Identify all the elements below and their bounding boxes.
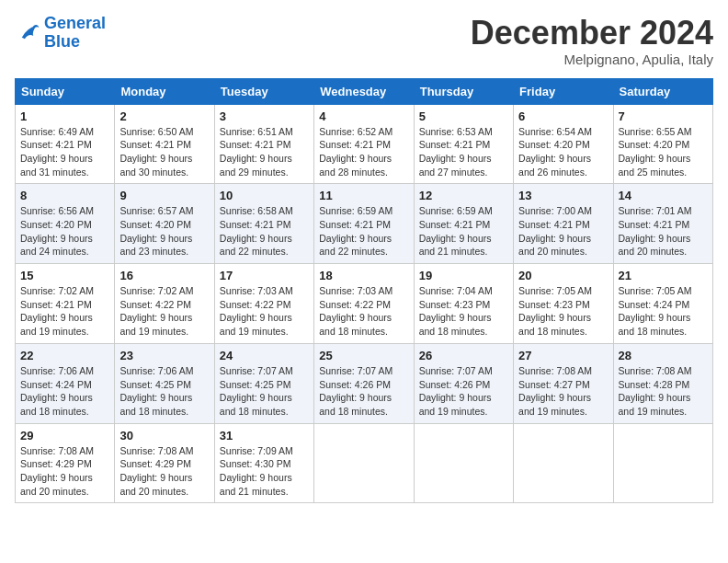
day-info: Sunrise: 7:07 AM Sunset: 4:25 PM Dayligh… <box>220 364 309 419</box>
calendar-week-row: 15Sunrise: 7:02 AM Sunset: 4:21 PM Dayli… <box>16 264 713 344</box>
day-info: Sunrise: 7:06 AM Sunset: 4:24 PM Dayligh… <box>20 364 109 419</box>
day-info: Sunrise: 7:06 AM Sunset: 4:25 PM Dayligh… <box>119 364 209 419</box>
day-number: 13 <box>518 189 608 202</box>
logo-icon <box>15 20 40 46</box>
weekday-header: Tuesday <box>214 78 313 104</box>
day-number: 25 <box>319 349 408 362</box>
day-info: Sunrise: 7:09 AM Sunset: 4:30 PM Dayligh… <box>220 444 309 499</box>
day-info: Sunrise: 7:08 AM Sunset: 4:28 PM Dayligh… <box>619 364 708 419</box>
day-number: 30 <box>119 429 209 442</box>
calendar-cell: 1Sunrise: 6:49 AM Sunset: 4:21 PM Daylig… <box>16 104 115 184</box>
calendar-cell: 19Sunrise: 7:04 AM Sunset: 4:23 PM Dayli… <box>414 264 513 344</box>
day-info: Sunrise: 6:59 AM Sunset: 4:21 PM Dayligh… <box>319 204 408 259</box>
day-info: Sunrise: 6:51 AM Sunset: 4:21 PM Dayligh… <box>220 125 309 179</box>
calendar-cell: 6Sunrise: 6:54 AM Sunset: 4:20 PM Daylig… <box>514 104 613 184</box>
day-info: Sunrise: 6:52 AM Sunset: 4:21 PM Dayligh… <box>319 125 408 179</box>
day-info: Sunrise: 7:08 AM Sunset: 4:29 PM Dayligh… <box>20 444 109 499</box>
calendar-cell: 15Sunrise: 7:02 AM Sunset: 4:21 PM Dayli… <box>16 264 115 344</box>
logo-text: General Blue <box>44 15 106 52</box>
day-number: 14 <box>619 189 708 202</box>
calendar-cell: 12Sunrise: 6:59 AM Sunset: 4:21 PM Dayli… <box>414 184 513 264</box>
calendar-week-row: 22Sunrise: 7:06 AM Sunset: 4:24 PM Dayli… <box>16 343 713 423</box>
day-info: Sunrise: 6:55 AM Sunset: 4:20 PM Dayligh… <box>619 125 708 179</box>
calendar-cell <box>314 423 414 503</box>
calendar-cell: 18Sunrise: 7:03 AM Sunset: 4:22 PM Dayli… <box>314 264 414 344</box>
day-info: Sunrise: 6:56 AM Sunset: 4:20 PM Dayligh… <box>20 204 109 259</box>
calendar-cell: 9Sunrise: 6:57 AM Sunset: 4:20 PM Daylig… <box>115 184 214 264</box>
day-number: 20 <box>518 269 608 282</box>
calendar-cell <box>414 423 513 503</box>
calendar-week-row: 1Sunrise: 6:49 AM Sunset: 4:21 PM Daylig… <box>16 104 713 184</box>
calendar-cell: 26Sunrise: 7:07 AM Sunset: 4:26 PM Dayli… <box>414 343 513 423</box>
day-number: 31 <box>220 429 309 442</box>
calendar-cell: 17Sunrise: 7:03 AM Sunset: 4:22 PM Dayli… <box>214 264 313 344</box>
day-info: Sunrise: 7:07 AM Sunset: 4:26 PM Dayligh… <box>419 364 508 419</box>
day-info: Sunrise: 6:58 AM Sunset: 4:21 PM Dayligh… <box>220 204 309 259</box>
calendar-cell: 29Sunrise: 7:08 AM Sunset: 4:29 PM Dayli… <box>16 423 115 503</box>
location: Melpignano, Apulia, Italy <box>471 52 713 67</box>
month-title: December 2024 <box>471 15 713 52</box>
calendar-week-row: 8Sunrise: 6:56 AM Sunset: 4:20 PM Daylig… <box>16 184 713 264</box>
day-number: 24 <box>220 349 309 362</box>
weekday-header: Saturday <box>613 78 712 104</box>
calendar-cell: 20Sunrise: 7:05 AM Sunset: 4:23 PM Dayli… <box>514 264 613 344</box>
day-number: 23 <box>119 349 209 362</box>
day-number: 1 <box>20 109 109 123</box>
calendar-cell: 30Sunrise: 7:08 AM Sunset: 4:29 PM Dayli… <box>115 423 214 503</box>
calendar-cell: 8Sunrise: 6:56 AM Sunset: 4:20 PM Daylig… <box>16 184 115 264</box>
calendar-cell: 10Sunrise: 6:58 AM Sunset: 4:21 PM Dayli… <box>214 184 313 264</box>
day-number: 19 <box>419 269 508 282</box>
day-info: Sunrise: 7:07 AM Sunset: 4:26 PM Dayligh… <box>319 364 408 419</box>
calendar-cell: 16Sunrise: 7:02 AM Sunset: 4:22 PM Dayli… <box>115 264 214 344</box>
day-number: 16 <box>119 269 209 282</box>
day-number: 15 <box>20 269 109 282</box>
day-number: 10 <box>220 189 309 202</box>
day-info: Sunrise: 6:57 AM Sunset: 4:20 PM Dayligh… <box>119 204 209 259</box>
calendar-cell <box>514 423 613 503</box>
day-number: 17 <box>220 269 309 282</box>
day-info: Sunrise: 7:05 AM Sunset: 4:23 PM Dayligh… <box>518 284 608 339</box>
day-number: 9 <box>119 189 209 202</box>
day-info: Sunrise: 6:54 AM Sunset: 4:20 PM Dayligh… <box>518 125 608 179</box>
calendar-cell: 14Sunrise: 7:01 AM Sunset: 4:21 PM Dayli… <box>613 184 712 264</box>
logo: General Blue <box>15 15 106 52</box>
day-info: Sunrise: 6:49 AM Sunset: 4:21 PM Dayligh… <box>20 125 109 179</box>
day-info: Sunrise: 7:08 AM Sunset: 4:29 PM Dayligh… <box>119 444 209 499</box>
day-number: 3 <box>220 109 309 123</box>
day-info: Sunrise: 7:02 AM Sunset: 4:22 PM Dayligh… <box>119 284 209 339</box>
logo-line2: Blue <box>44 32 80 51</box>
day-number: 12 <box>419 189 508 202</box>
calendar-table: SundayMondayTuesdayWednesdayThursdayFrid… <box>15 78 713 504</box>
calendar-cell: 31Sunrise: 7:09 AM Sunset: 4:30 PM Dayli… <box>214 423 313 503</box>
day-number: 28 <box>619 349 708 362</box>
day-info: Sunrise: 7:05 AM Sunset: 4:24 PM Dayligh… <box>619 284 708 339</box>
calendar-header-row: SundayMondayTuesdayWednesdayThursdayFrid… <box>16 78 713 104</box>
calendar-cell: 7Sunrise: 6:55 AM Sunset: 4:20 PM Daylig… <box>613 104 712 184</box>
calendar-cell <box>613 423 712 503</box>
day-info: Sunrise: 7:01 AM Sunset: 4:21 PM Dayligh… <box>619 204 708 259</box>
day-info: Sunrise: 7:03 AM Sunset: 4:22 PM Dayligh… <box>319 284 408 339</box>
calendar-cell: 13Sunrise: 7:00 AM Sunset: 4:21 PM Dayli… <box>514 184 613 264</box>
day-number: 26 <box>419 349 508 362</box>
calendar-cell: 2Sunrise: 6:50 AM Sunset: 4:21 PM Daylig… <box>115 104 214 184</box>
page-header: General Blue December 2024 Melpignano, A… <box>15 15 713 67</box>
day-number: 5 <box>419 109 508 123</box>
day-info: Sunrise: 7:00 AM Sunset: 4:21 PM Dayligh… <box>518 204 608 259</box>
day-number: 11 <box>319 189 408 202</box>
day-info: Sunrise: 6:50 AM Sunset: 4:21 PM Dayligh… <box>119 125 209 179</box>
calendar-cell: 5Sunrise: 6:53 AM Sunset: 4:21 PM Daylig… <box>414 104 513 184</box>
day-number: 4 <box>319 109 408 123</box>
calendar-cell: 22Sunrise: 7:06 AM Sunset: 4:24 PM Dayli… <box>16 343 115 423</box>
weekday-header: Friday <box>514 78 613 104</box>
day-info: Sunrise: 7:02 AM Sunset: 4:21 PM Dayligh… <box>20 284 109 339</box>
day-number: 29 <box>20 429 109 442</box>
day-number: 27 <box>518 349 608 362</box>
weekday-header: Wednesday <box>314 78 414 104</box>
calendar-cell: 23Sunrise: 7:06 AM Sunset: 4:25 PM Dayli… <box>115 343 214 423</box>
calendar-cell: 11Sunrise: 6:59 AM Sunset: 4:21 PM Dayli… <box>314 184 414 264</box>
title-block: December 2024 Melpignano, Apulia, Italy <box>471 15 713 67</box>
weekday-header: Sunday <box>16 78 115 104</box>
weekday-header: Thursday <box>414 78 513 104</box>
day-number: 8 <box>20 189 109 202</box>
day-number: 18 <box>319 269 408 282</box>
